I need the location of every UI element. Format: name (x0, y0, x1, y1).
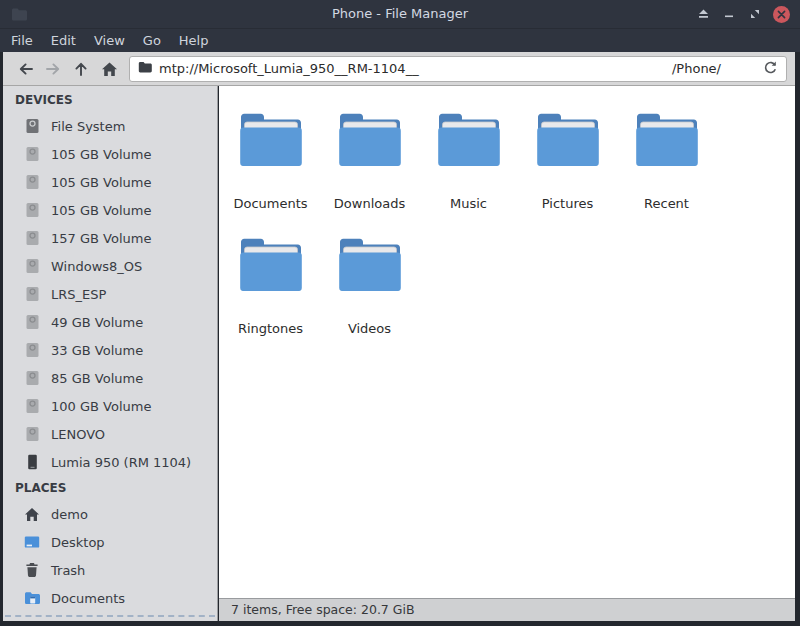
menu-file[interactable]: File (2, 29, 42, 52)
sidebar-item-windows8-os[interactable]: Windows8_OS (3, 252, 217, 280)
path-folder-icon (138, 61, 152, 76)
menu-help[interactable]: Help (170, 29, 218, 52)
folder-icon (434, 106, 504, 174)
forward-button[interactable] (39, 56, 67, 82)
sidebar-item-label: 100 GB Volume (51, 399, 151, 414)
restore-button[interactable] (742, 0, 768, 28)
home-button[interactable] (95, 56, 123, 82)
sidebar-drop-indicator (5, 615, 215, 617)
folder-label: Pictures (542, 196, 593, 211)
sidebar-item-label: 105 GB Volume (51, 203, 151, 218)
folder-small-icon (24, 590, 40, 606)
sidebar-item-label: Windows8_OS (51, 259, 142, 274)
drive-icon (24, 174, 40, 190)
window-controls (690, 0, 794, 28)
folder-documents[interactable]: Documents (221, 106, 320, 231)
sidebar-item-105-gb-volume[interactable]: 105 GB Volume (3, 168, 217, 196)
sidebar-item-49-gb-volume[interactable]: 49 GB Volume (3, 308, 217, 336)
sidebar-item-lrs-esp[interactable]: LRS_ESP (3, 280, 217, 308)
drive-icon (24, 258, 40, 274)
sidebar-item-label: Trash (51, 563, 85, 578)
sidebar: DEVICESFile System105 GB Volume105 GB Vo… (3, 86, 218, 621)
sidebar-item-lumia-950-rm-1104[interactable]: Lumia 950 (RM 1104) (3, 448, 217, 476)
sidebar-item-105-gb-volume[interactable]: 105 GB Volume (3, 196, 217, 224)
minimize-button[interactable] (716, 0, 742, 28)
sidebar-section-places: PLACES (3, 476, 217, 500)
menubar: FileEditViewGoHelp (0, 28, 800, 52)
path-text: mtp://Microsoft_Lumia_950__RM-1104__ (159, 61, 419, 76)
eject-button[interactable] (690, 0, 716, 28)
sidebar-item-105-gb-volume[interactable]: 105 GB Volume (3, 140, 217, 168)
folder-icon (236, 106, 306, 174)
folder-icon (632, 106, 702, 174)
drive-dark-icon (24, 118, 40, 134)
folder-pictures[interactable]: Pictures (518, 106, 617, 231)
sidebar-item-label: 105 GB Volume (51, 147, 151, 162)
menu-view[interactable]: View (85, 29, 134, 52)
folder-icon (236, 231, 306, 299)
refresh-button[interactable] (763, 60, 778, 78)
drive-icon (24, 398, 40, 414)
drive-icon (24, 342, 40, 358)
folder-recent[interactable]: Recent (617, 106, 716, 231)
folder-label: Ringtones (238, 321, 303, 336)
drive-icon (24, 370, 40, 386)
folder-grid: DocumentsDownloadsMusicPicturesRecentRin… (219, 86, 795, 598)
sidebar-item-label: 85 GB Volume (51, 371, 143, 386)
drive-icon (24, 230, 40, 246)
sidebar-item-documents[interactable]: Documents (3, 584, 217, 612)
sidebar-item-label: LRS_ESP (51, 287, 106, 302)
folder-icon (335, 106, 405, 174)
folder-label: Videos (348, 321, 391, 336)
menu-go[interactable]: Go (134, 29, 170, 52)
path-entry[interactable]: mtp://Microsoft_Lumia_950__RM-1104__ /Ph… (129, 56, 787, 82)
menu-edit[interactable]: Edit (42, 29, 85, 52)
sidebar-item-85-gb-volume[interactable]: 85 GB Volume (3, 364, 217, 392)
folder-label: Music (450, 196, 487, 211)
statusbar: 7 items, Free space: 20.7 GiB (219, 598, 795, 621)
path-suffix-text: /Phone/ (672, 61, 721, 76)
sidebar-item-demo[interactable]: demo (3, 500, 217, 528)
sidebar-item-label: Lumia 950 (RM 1104) (51, 455, 191, 470)
sidebar-item-desktop[interactable]: Desktop (3, 528, 217, 556)
folder-ringtones[interactable]: Ringtones (221, 231, 320, 356)
folder-videos[interactable]: Videos (320, 231, 419, 356)
folder-label: Downloads (334, 196, 405, 211)
sidebar-item-100-gb-volume[interactable]: 100 GB Volume (3, 392, 217, 420)
sidebar-item-trash[interactable]: Trash (3, 556, 217, 584)
drive-icon (24, 426, 40, 442)
sidebar-item-label: 33 GB Volume (51, 343, 143, 358)
folder-downloads[interactable]: Downloads (320, 106, 419, 231)
sidebar-item-lenovo[interactable]: LENOVO (3, 420, 217, 448)
close-icon (773, 6, 790, 23)
phone-icon (24, 454, 40, 470)
home-icon (24, 506, 40, 522)
folder-music[interactable]: Music (419, 106, 518, 231)
sidebar-item-label: File System (51, 119, 125, 134)
desktop-icon (24, 534, 40, 550)
folder-icon (335, 231, 405, 299)
status-text: 7 items, Free space: 20.7 GiB (231, 602, 415, 617)
drive-icon (24, 146, 40, 162)
trash-icon (24, 562, 40, 578)
drive-icon (24, 286, 40, 302)
sidebar-item-label: demo (51, 507, 88, 522)
sidebar-item-label: Documents (51, 591, 125, 606)
folder-label: Recent (644, 196, 689, 211)
close-button[interactable] (768, 0, 794, 28)
sidebar-item-157-gb-volume[interactable]: 157 GB Volume (3, 224, 217, 252)
sidebar-item-label: 157 GB Volume (51, 231, 151, 246)
folder-label: Documents (233, 196, 307, 211)
window-title: Phone - File Manager (0, 0, 800, 28)
drive-icon (24, 314, 40, 330)
sidebar-section-devices: DEVICES (3, 88, 217, 112)
drive-icon (24, 202, 40, 218)
file-manager-window: Phone - File Manager FileEditViewGoHelp (0, 0, 800, 626)
sidebar-item-label: 49 GB Volume (51, 315, 143, 330)
back-button[interactable] (11, 56, 39, 82)
sidebar-item-label: Desktop (51, 535, 105, 550)
up-button[interactable] (67, 56, 95, 82)
sidebar-item-file-system[interactable]: File System (3, 112, 217, 140)
sidebar-item-33-gb-volume[interactable]: 33 GB Volume (3, 336, 217, 364)
toolbar: mtp://Microsoft_Lumia_950__RM-1104__ /Ph… (3, 52, 795, 86)
